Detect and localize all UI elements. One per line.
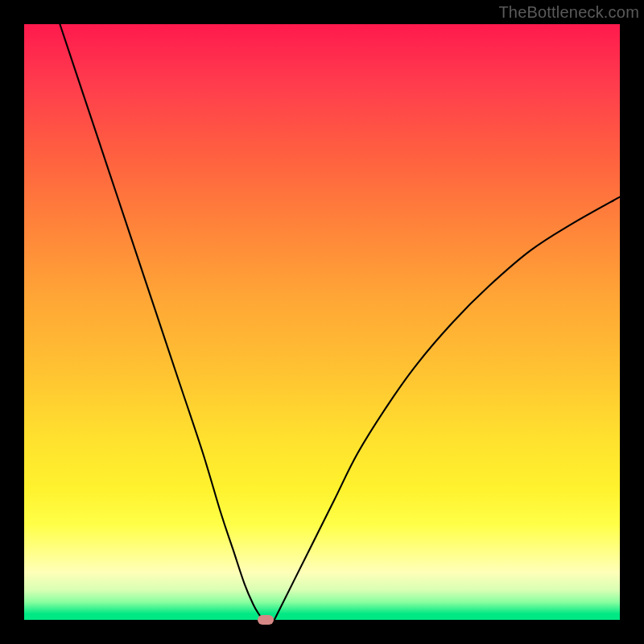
curve-svg: [24, 24, 620, 620]
min-marker: [258, 615, 274, 625]
watermark-text: TheBottleneck.com: [498, 3, 639, 22]
curve-right: [275, 197, 620, 620]
chart-frame: TheBottleneck.com: [0, 0, 644, 644]
plot-area: [24, 24, 620, 620]
curve-left: [60, 24, 262, 620]
